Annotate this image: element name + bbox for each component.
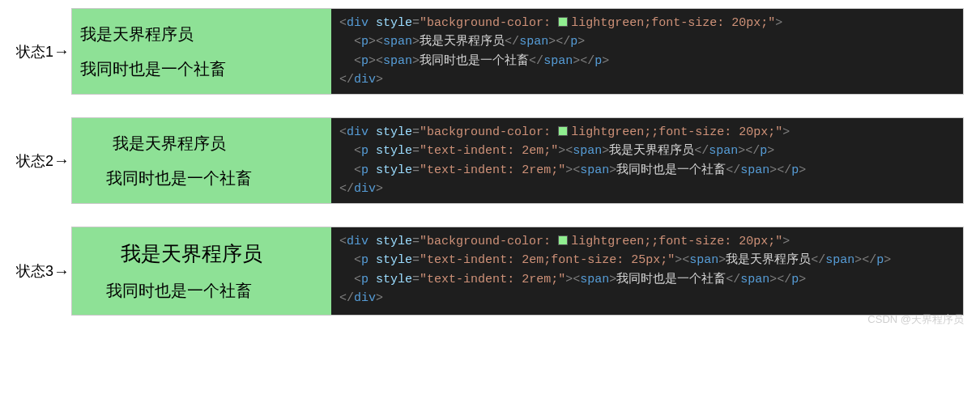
preview-line: 我是天界程序员 <box>80 240 323 267</box>
state-3-code-block: <div style="background-color: lightgreen… <box>331 227 963 315</box>
color-swatch-icon <box>558 126 568 136</box>
state-1-preview: 我是天界程序员 我同时也是一个社畜 <box>72 9 331 94</box>
preview-line: 我同时也是一个社畜 <box>80 167 323 189</box>
arrow-icon: → <box>53 262 70 281</box>
state-3-label: 状态3 <box>16 261 53 281</box>
state-3-panel: 我是天界程序员 我同时也是一个社畜 <div style="background… <box>71 227 964 316</box>
watermark-text: CSDN @天界程序员 <box>867 312 964 327</box>
state-1-label: 状态1 <box>16 42 53 61</box>
state-1-panel: 我是天界程序员 我同时也是一个社畜 <div style="background… <box>71 8 964 95</box>
state-2-label: 状态2 <box>16 151 53 171</box>
preview-line: 我同时也是一个社畜 <box>80 58 323 80</box>
arrow-icon: → <box>53 151 70 170</box>
state-1-code-block: <div style="background-color: lightgreen… <box>331 9 963 94</box>
color-swatch-icon <box>558 235 568 245</box>
state-2-code-block: <div style="background-color: lightgreen… <box>331 118 963 203</box>
state-2-preview: 我是天界程序员 我同时也是一个社畜 <box>72 118 331 203</box>
arrow-icon: → <box>53 42 70 61</box>
preview-line: 我是天界程序员 <box>80 133 323 155</box>
preview-line: 我是天界程序员 <box>80 23 323 45</box>
preview-line: 我同时也是一个社畜 <box>80 280 323 302</box>
color-swatch-icon <box>558 17 568 27</box>
state-3-row: 状态3 → 我是天界程序员 我同时也是一个社畜 <div style="back… <box>16 227 964 316</box>
state-2-panel: 我是天界程序员 我同时也是一个社畜 <div style="background… <box>71 117 964 204</box>
state-1-row: 状态1 → 我是天界程序员 我同时也是一个社畜 <div style="back… <box>16 8 964 95</box>
state-3-preview: 我是天界程序员 我同时也是一个社畜 <box>72 227 331 315</box>
state-2-row: 状态2 → 我是天界程序员 我同时也是一个社畜 <div style="back… <box>16 117 964 204</box>
